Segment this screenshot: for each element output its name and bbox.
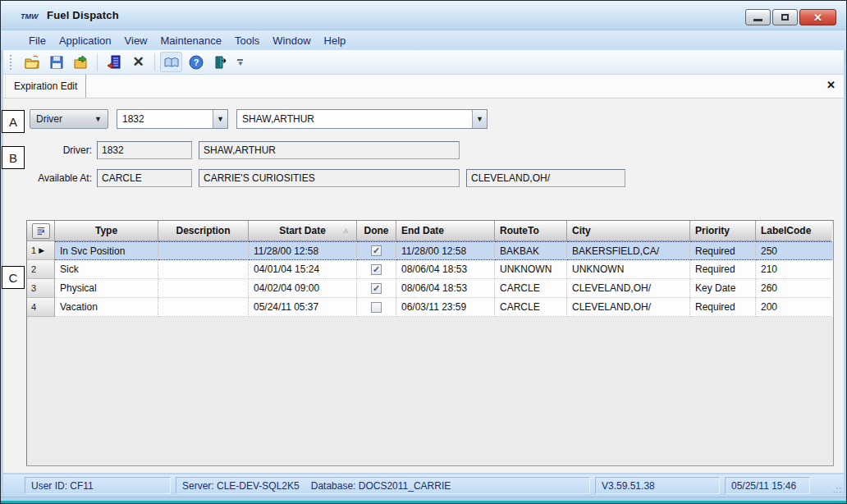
status-database: Database: DOCS2011_CARRIE xyxy=(311,480,451,492)
lookup-id-combo[interactable]: 1832 ▼ xyxy=(117,109,228,129)
menu-file[interactable]: File xyxy=(22,33,53,48)
menu-help[interactable]: Help xyxy=(318,33,353,48)
row-number: 3 xyxy=(31,283,36,293)
grid-row-3[interactable]: 3 Physical 04/02/04 09:00 08/06/04 18:53… xyxy=(27,279,833,298)
cell-end-date[interactable]: 08/06/04 18:53 xyxy=(396,260,495,279)
tab-close-icon[interactable]: ✕ xyxy=(826,79,836,91)
field-chooser-button[interactable] xyxy=(32,223,50,239)
open-folder-icon xyxy=(23,53,41,71)
driver-name-field[interactable]: SHAW,ARTHUR xyxy=(199,141,460,159)
column-header-done[interactable]: Done xyxy=(357,221,396,241)
menu-view[interactable]: View xyxy=(118,33,154,48)
cell-labelcode[interactable]: 210 xyxy=(756,260,831,279)
cell-priority[interactable]: Key Date xyxy=(690,279,756,298)
cell-city[interactable]: CLEVELAND,OH/ xyxy=(567,298,690,317)
save-button[interactable] xyxy=(45,52,67,72)
cell-city[interactable]: CLEVELAND,OH/ xyxy=(567,279,690,298)
report-button[interactable] xyxy=(103,52,125,72)
menu-maintenance[interactable]: Maintenance xyxy=(154,33,228,48)
column-header-city[interactable]: City xyxy=(567,221,690,241)
lookup-category-select[interactable]: Driver ▼ xyxy=(30,109,108,129)
tab-expiration-edit[interactable]: Expiration Edit xyxy=(5,75,86,98)
cell-description[interactable] xyxy=(158,260,249,279)
column-header-labelcode[interactable]: LabelCode xyxy=(756,221,831,241)
row-header-3[interactable]: 3 xyxy=(27,279,55,298)
cell-start-date[interactable]: 04/02/04 09:00 xyxy=(249,279,357,298)
title-bar[interactable]: TMW Fuel Dispatch ✕ xyxy=(1,1,846,30)
cell-priority[interactable]: Required xyxy=(690,260,756,279)
done-checkbox[interactable] xyxy=(371,302,382,313)
resize-grip[interactable]: .:: xyxy=(833,485,842,494)
cell-description[interactable] xyxy=(158,241,249,260)
lookup-id-dropdown-button[interactable]: ▼ xyxy=(213,110,227,128)
cell-type[interactable]: In Svc Position xyxy=(55,241,158,260)
cell-city[interactable]: UNKNOWN xyxy=(567,260,690,279)
row-header-4[interactable]: 4 xyxy=(27,298,55,317)
row-number: 1 xyxy=(31,245,36,255)
cell-type[interactable]: Sick xyxy=(55,260,158,279)
cell-start-date[interactable]: 11/28/00 12:58 xyxy=(249,241,357,260)
cell-end-date[interactable]: 06/03/11 23:59 xyxy=(396,298,495,317)
column-header-end-date[interactable]: End Date xyxy=(396,221,495,241)
cell-routeto[interactable]: BAKBAK xyxy=(495,241,567,260)
cell-priority[interactable]: Required xyxy=(690,241,756,260)
cell-labelcode[interactable]: 250 xyxy=(756,241,831,260)
cell-routeto[interactable]: CARCLE xyxy=(495,298,567,317)
grid-row-4[interactable]: 4 Vacation 05/24/11 05:37 06/03/11 23:59… xyxy=(27,298,833,317)
done-checkbox[interactable] xyxy=(371,245,382,256)
field-chooser-icon xyxy=(35,225,47,236)
cell-labelcode[interactable]: 260 xyxy=(756,279,831,298)
grid-row-2[interactable]: 2 Sick 04/01/04 15:24 08/06/04 18:53 UNK… xyxy=(27,260,833,279)
cell-routeto[interactable]: CARCLE xyxy=(495,279,567,298)
restore-button[interactable] xyxy=(772,9,798,25)
driver-info-row: Driver: 1832 SHAW,ARTHUR xyxy=(3,141,466,159)
help-button[interactable]: ? xyxy=(185,52,207,72)
cell-end-date[interactable]: 11/28/00 12:58 xyxy=(396,241,495,260)
help-icon: ? xyxy=(188,54,204,71)
cell-end-date[interactable]: 08/06/04 18:53 xyxy=(396,279,495,298)
row-header-1[interactable]: 1▶ xyxy=(27,241,55,260)
cell-city[interactable]: BAKERSFIELD,CA/ xyxy=(567,241,690,260)
close-button[interactable]: ✕ xyxy=(799,9,836,25)
column-header-priority[interactable]: Priority xyxy=(690,221,756,241)
cell-routeto[interactable]: UNKNOWN xyxy=(495,260,567,279)
cell-priority[interactable]: Required xyxy=(690,298,756,317)
cell-start-date[interactable]: 04/01/04 15:24 xyxy=(249,260,357,279)
column-header-start-date[interactable]: Start Date ▲ xyxy=(249,221,357,241)
save-icon xyxy=(48,54,65,71)
grid-row-1[interactable]: 1▶ In Svc Position 11/28/00 12:58 11/28/… xyxy=(27,241,833,260)
lookup-name-combo[interactable]: SHAW,ARTHUR ▼ xyxy=(236,109,488,129)
done-checkbox[interactable] xyxy=(371,283,382,294)
cell-done[interactable] xyxy=(357,241,396,260)
delete-button[interactable]: ✕ xyxy=(127,52,149,72)
available-at-name-field[interactable]: CARRIE'S CURIOSITIES xyxy=(199,169,460,187)
menu-tools[interactable]: Tools xyxy=(228,33,266,48)
close-form-button[interactable] xyxy=(70,52,92,72)
done-checkbox[interactable] xyxy=(371,264,382,275)
cell-done[interactable] xyxy=(357,298,396,317)
cell-description[interactable] xyxy=(158,298,249,317)
menu-application[interactable]: Application xyxy=(53,33,118,48)
cell-type[interactable]: Physical xyxy=(55,279,158,298)
available-at-id-field[interactable]: CARCLE xyxy=(97,169,192,187)
cell-start-date[interactable]: 05/24/11 05:37 xyxy=(249,298,357,317)
open-button[interactable] xyxy=(21,52,43,72)
toolbar-overflow-button[interactable]: ▼ xyxy=(237,59,244,66)
column-header-type[interactable]: Type xyxy=(55,221,158,241)
cell-type[interactable]: Vacation xyxy=(55,298,158,317)
driver-id-field[interactable]: 1832 xyxy=(97,141,192,159)
toolbar-grip[interactable] xyxy=(10,55,13,70)
cell-description[interactable] xyxy=(158,279,249,298)
cell-labelcode[interactable]: 200 xyxy=(756,298,831,317)
minimize-button[interactable] xyxy=(745,9,771,25)
cell-done[interactable] xyxy=(357,279,396,298)
exit-button[interactable] xyxy=(209,52,231,72)
help-book-button[interactable] xyxy=(160,52,182,72)
available-at-city-field[interactable]: CLEVELAND,OH/ xyxy=(466,169,625,187)
cell-done[interactable] xyxy=(357,260,396,279)
row-header-2[interactable]: 2 xyxy=(27,260,55,279)
lookup-name-dropdown-button[interactable]: ▼ xyxy=(472,110,487,128)
column-header-description[interactable]: Description xyxy=(158,221,249,241)
menu-window[interactable]: Window xyxy=(266,33,317,48)
column-header-routeto[interactable]: RouteTo xyxy=(495,221,567,241)
